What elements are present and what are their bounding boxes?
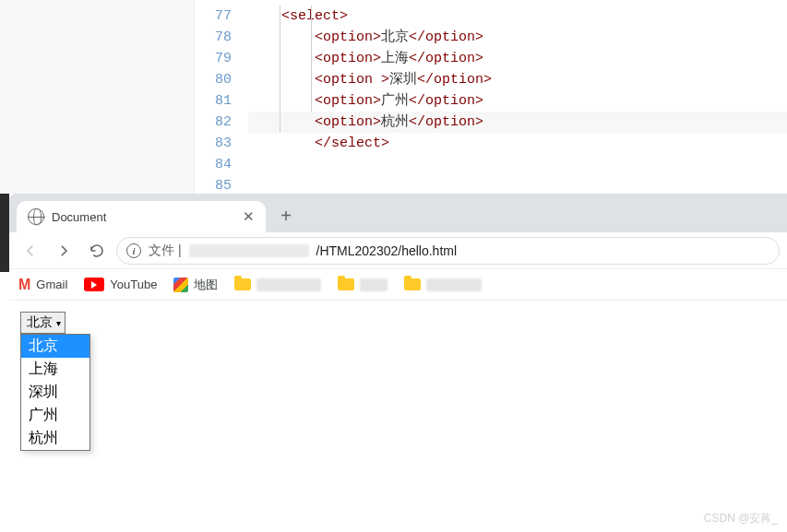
code-line: <option>杭州</option>	[248, 112, 787, 133]
tab-title: Document	[52, 210, 235, 224]
bookmark-blurred	[360, 278, 388, 291]
bookmarks-bar: M Gmail YouTube 地图	[9, 269, 787, 301]
line-number: 81	[195, 90, 232, 112]
chevron-down-icon: ▾	[56, 318, 61, 328]
tab-strip: Document ✕ +	[9, 194, 787, 232]
bookmark-label: YouTube	[110, 278, 157, 291]
code-line: <option >深圳</option>	[248, 69, 787, 90]
code-line: <option>上海</option>	[248, 48, 787, 69]
watermark: CSDN @安苒_	[704, 511, 778, 526]
folder-icon	[234, 278, 251, 290]
dropdown-option[interactable]: 北京	[21, 335, 89, 358]
line-number: 82	[195, 112, 232, 133]
dropdown-option[interactable]: 广州	[21, 404, 89, 427]
address-bar[interactable]: i 文件 | /HTML202302/hello.html	[116, 237, 780, 265]
folder-icon	[404, 278, 421, 290]
bookmark-folder[interactable]	[404, 278, 482, 291]
info-icon[interactable]: i	[126, 243, 141, 258]
new-tab-button[interactable]: +	[273, 204, 299, 230]
code-line	[248, 154, 787, 175]
browser-tab[interactable]: Document ✕	[17, 201, 266, 232]
code-editor: 77 78 79 80 81 82 83 84 85 <select> <opt…	[0, 0, 787, 194]
reload-button[interactable]	[83, 237, 111, 265]
youtube-icon	[84, 278, 104, 291]
bookmark-gmail[interactable]: M Gmail	[18, 277, 67, 293]
browser-window: Document ✕ + i 文件 | /HTML202302/hello.ht…	[9, 194, 787, 345]
forward-button[interactable]	[50, 237, 78, 265]
line-number: 84	[195, 154, 232, 175]
bookmark-label: 地图	[194, 277, 218, 293]
reload-icon	[89, 242, 105, 259]
code-line: </select>	[248, 133, 787, 154]
code-line: <option>广州</option>	[248, 90, 787, 112]
folder-icon	[338, 278, 354, 290]
select-dropdown: 北京 上海 深圳 广州 杭州	[20, 334, 90, 451]
page-content: 北京 ▾ 北京 上海 深圳 广州 杭州	[9, 301, 787, 345]
select-box[interactable]: 北京 ▾	[20, 312, 66, 334]
select-value: 北京	[27, 314, 53, 331]
gmail-icon: M	[18, 277, 30, 293]
address-blurred-segment	[189, 244, 309, 257]
line-number: 77	[195, 6, 232, 27]
code-content[interactable]: <select> <option>北京</option> <option>上海<…	[248, 0, 787, 194]
close-tab-icon[interactable]: ✕	[243, 208, 255, 225]
dropdown-option[interactable]: 上海	[21, 358, 89, 381]
dropdown-option[interactable]: 杭州	[21, 427, 89, 450]
line-number: 78	[195, 27, 232, 48]
code-line: <select>	[248, 6, 787, 27]
globe-icon	[28, 208, 44, 225]
bookmark-label: Gmail	[36, 278, 67, 291]
bookmark-folder[interactable]	[234, 278, 321, 291]
arrow-left-icon	[22, 242, 39, 259]
editor-left-margin	[0, 0, 195, 194]
code-line: <option>北京</option>	[248, 27, 787, 48]
line-number: 79	[195, 48, 232, 69]
address-path: /HTML202302/hello.html	[316, 243, 458, 258]
left-edge-sliver	[0, 194, 9, 272]
line-number: 83	[195, 133, 232, 154]
indent-guide	[311, 6, 312, 112]
bookmark-youtube[interactable]: YouTube	[84, 278, 157, 291]
address-protocol-label: 文件 |	[149, 242, 182, 259]
indent-guide	[280, 6, 280, 133]
browser-toolbar: i 文件 | /HTML202302/hello.html	[9, 232, 787, 269]
bookmark-folder[interactable]	[338, 278, 388, 291]
arrow-right-icon	[55, 242, 72, 259]
back-button[interactable]	[17, 237, 44, 265]
dropdown-option[interactable]: 深圳	[21, 381, 89, 404]
line-number-gutter: 77 78 79 80 81 82 83 84 85	[195, 0, 248, 194]
maps-icon	[173, 278, 188, 292]
line-number: 80	[195, 69, 232, 90]
bookmark-blurred	[426, 278, 482, 291]
bookmark-maps[interactable]: 地图	[173, 277, 218, 293]
bookmark-blurred	[256, 278, 321, 291]
